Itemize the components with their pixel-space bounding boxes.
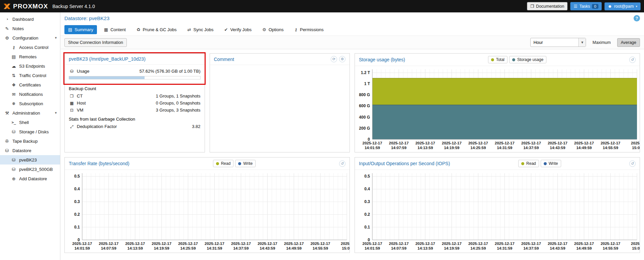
tab-label: Sync Jobs <box>193 27 213 32</box>
svg-text:2025-12-17: 2025-12-17 <box>258 242 277 246</box>
sidebar-item-add-datastore[interactable]: ⊕Add Datastore <box>0 174 60 183</box>
svg-text:14:43:59: 14:43:59 <box>260 246 275 250</box>
kv-row-host: ▦Host0 Groups, 0 Snapshots <box>65 100 205 107</box>
svg-text:14:07:59: 14:07:59 <box>101 246 116 250</box>
sidebar-item-dashboard[interactable]: ◔Dashboard <box>0 14 60 24</box>
sidebar-item-notifications[interactable]: ✉Notifications <box>0 89 60 99</box>
legend-item-read[interactable]: Read <box>518 160 539 167</box>
sidebar-item-administration[interactable]: ⚒Administration▼ <box>0 108 60 118</box>
sidebar-item-storage-disks[interactable]: ⛁Storage / Disks <box>0 127 60 136</box>
refresh-icon[interactable]: ⟳ <box>331 56 337 62</box>
sidebar-item-pvebk23[interactable]: ⛁pveBK23 <box>0 155 60 165</box>
chevron-down-icon[interactable]: ▼ <box>54 111 57 115</box>
chart-canvas-storage[interactable]: 0200 G400 G600 G800 G1 T1.2 T2025-12-171… <box>355 66 640 152</box>
page-title-row: Datastore: pveBK23 ? <box>60 12 644 24</box>
sidebar-item-subscription[interactable]: ✵Subscription <box>0 99 60 108</box>
sidebar-item-label: Notifications <box>19 92 43 97</box>
iops-title: Input/Output Operations per Second (IOPS… <box>359 161 450 166</box>
cloud-icon: ☁ <box>11 64 17 69</box>
sidebar-item-label: pveBK23_500GB <box>19 167 53 172</box>
legend-item-total[interactable]: Total <box>488 56 507 63</box>
tab-prune-gc-jobs[interactable]: ♻Prune & GC Jobs <box>133 25 180 34</box>
svg-text:14:01:59: 14:01:59 <box>365 146 380 150</box>
sidebar-item-shell[interactable]: >_Shell <box>0 118 60 127</box>
storage-usage-header: Storage usage (bytes) TotalStorage usage… <box>355 54 640 66</box>
tab-label: Options <box>269 27 284 32</box>
tab-verify-jobs[interactable]: ✔Verify Jobs <box>220 25 255 34</box>
sidebar-item-s3-endpoints[interactable]: ☁S3 Endpoints <box>0 61 60 71</box>
legend-item-storage-usage[interactable]: Storage usage <box>509 56 546 63</box>
svg-text:0.3: 0.3 <box>364 199 370 204</box>
legend-dot-icon <box>521 162 524 165</box>
gear-icon[interactable]: ⚙ <box>339 56 345 62</box>
legend-item-read[interactable]: Read <box>213 160 234 167</box>
svg-text:0.4: 0.4 <box>364 187 370 191</box>
tab-options[interactable]: ⚙Options <box>259 25 287 34</box>
tab-content[interactable]: ▦Content <box>100 25 129 34</box>
maximum-button[interactable]: Maximum <box>589 38 614 47</box>
transfer-rate-panel: Transfer Rate (bytes/second) ReadWrite ↺… <box>64 157 350 253</box>
svg-text:2025-12-17: 2025-12-17 <box>521 141 541 145</box>
documentation-label: Documentation <box>536 4 564 9</box>
undo-zoom-icon[interactable]: ↺ <box>629 160 636 167</box>
kv-label: Deduplication Factor <box>77 124 117 129</box>
sidebar-item-remotes[interactable]: ▤Remotes <box>0 52 60 61</box>
svg-text:2025-12-17: 2025-12-17 <box>205 242 224 246</box>
tasks-button[interactable]: ☰ Tasks 0 <box>570 2 602 10</box>
main-split: ◔Dashboard✎Notes⚙Configuration▼⚷Access C… <box>0 12 644 260</box>
sidebar-item-traffic-control[interactable]: ⇅Traffic Control <box>0 71 60 80</box>
svg-text:14:49:59: 14:49:59 <box>576 246 592 250</box>
svg-text:600 G: 600 G <box>359 104 370 108</box>
svg-text:2025-12-17: 2025-12-17 <box>601 141 621 145</box>
average-button[interactable]: Average <box>617 38 640 47</box>
svg-text:14:55:59: 14:55:59 <box>603 246 618 250</box>
product-version: Backup Server 4.1.0 <box>52 4 95 9</box>
show-connection-button[interactable]: Show Connection Information <box>64 38 127 47</box>
svg-text:14:19:59: 14:19:59 <box>154 246 169 250</box>
sidebar-item-label: Subscription <box>19 101 43 106</box>
svg-text:400 G: 400 G <box>359 115 370 120</box>
sidebar-item-access-control[interactable]: ⚷Access Control <box>0 43 60 52</box>
transfer-legend: ReadWrite <box>213 160 256 167</box>
chart-canvas-iops[interactable]: 00.10.20.30.40.52025-12-1714:01:592025-1… <box>355 170 640 253</box>
interval-combobox[interactable]: Hour ▼ <box>530 38 586 47</box>
user-menu-button[interactable]: ☻ root@pam ▾ <box>604 2 641 10</box>
chart-canvas-transfer[interactable]: 00.10.20.30.40.52025-12-1714:01:592025-1… <box>65 170 350 253</box>
iops-panel: Input/Output Operations per Second (IOPS… <box>355 157 640 253</box>
tools-icon: ⚒ <box>4 111 10 116</box>
legend-item-write[interactable]: Write <box>235 160 256 167</box>
sidebar-item-datastore[interactable]: ⛁Datastore <box>0 146 60 155</box>
svg-text:0.1: 0.1 <box>364 225 370 230</box>
tab-sync-jobs[interactable]: ⇄Sync Jobs <box>184 25 217 34</box>
kv-row-ct: ❒CT1 Groups, 1 Snapshots <box>65 92 205 100</box>
sidebar-item-tape-backup[interactable]: ✇Tape Backup <box>0 136 60 146</box>
tab-label: Verify Jobs <box>230 27 252 32</box>
sidebar-item-certificates[interactable]: ❖Certificates <box>0 80 60 89</box>
sidebar-item-notes[interactable]: ✎Notes <box>0 24 60 33</box>
datastore-icon: ⛁ <box>11 167 17 172</box>
undo-zoom-icon[interactable]: ↺ <box>629 57 636 63</box>
svg-text:14:49:59: 14:49:59 <box>286 246 302 250</box>
svg-text:14:43:59: 14:43:59 <box>550 246 565 250</box>
tab-summary[interactable]: ▤Summary <box>64 25 97 34</box>
undo-zoom-icon[interactable]: ↺ <box>339 160 345 167</box>
legend-item-write[interactable]: Write <box>541 160 561 167</box>
usage-progressbar <box>69 76 201 79</box>
backup-count-rows: ❒CT1 Groups, 1 Snapshots▦Host0 Groups, 0… <box>65 92 205 114</box>
chevron-down-icon[interactable]: ▼ <box>54 36 57 40</box>
svg-text:14:19:59: 14:19:59 <box>444 246 460 250</box>
sidebar-item-pvebk23-500gb[interactable]: ⛁pveBK23_500GB <box>0 165 60 174</box>
sidebar-item-label: Certificates <box>19 82 41 87</box>
sidebar-item-configuration[interactable]: ⚙Configuration▼ <box>0 33 60 43</box>
help-icon[interactable]: ? <box>634 15 640 21</box>
comment-panel-body[interactable] <box>210 65 350 152</box>
tab-permissions[interactable]: ⚷Permissions <box>290 25 327 34</box>
svg-text:14:25:59: 14:25:59 <box>471 146 486 150</box>
chevron-down-icon: ▾ <box>636 5 637 8</box>
content-icon: ▦ <box>104 27 108 32</box>
bell-icon: ✉ <box>11 92 17 97</box>
documentation-button[interactable]: ❐ Documentation <box>527 2 568 10</box>
kv-row-vm: ⊡VM3 Groups, 3 Snapshots <box>65 107 205 114</box>
combo-trigger[interactable]: ▼ <box>578 38 586 47</box>
note-icon: ✎ <box>4 26 10 31</box>
